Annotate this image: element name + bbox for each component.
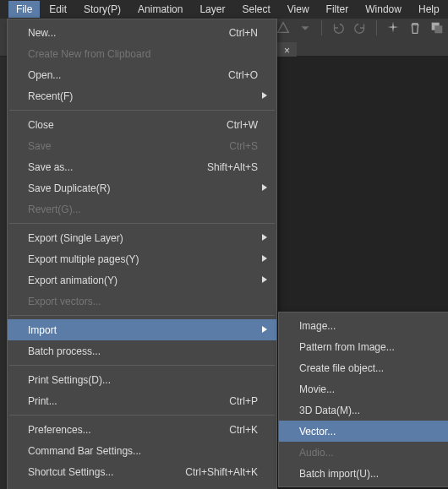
import_menu-item-vector[interactable]: Vector... [279, 421, 448, 442]
file_menu-item-shortcut-settings[interactable]: Shortcut Settings...Ctrl+Shift+Alt+K [8, 461, 276, 482]
submenu-arrow-icon [258, 90, 268, 102]
submenu-arrow-icon [258, 253, 268, 265]
chevron-down-icon[interactable] [298, 20, 313, 35]
file_menu-item-open[interactable]: Open...Ctrl+O [8, 64, 276, 85]
submenu-arrow-icon [258, 274, 268, 286]
file_menu-item-export-animation-y[interactable]: Export animation(Y) [8, 269, 276, 291]
file_menu-item-recent-f[interactable]: Recent(F) [8, 85, 276, 106]
import_menu-item-batch-import-u[interactable]: Batch import(U)... [279, 463, 448, 484]
file-menu: New...Ctrl+NCreate New from ClipboardOpe… [7, 19, 277, 489]
menu-separator [9, 365, 275, 366]
menu-item-label: Save as... [28, 161, 194, 173]
file_menu-item-command-bar-settings[interactable]: Command Bar Settings... [8, 440, 276, 461]
menu-item-label: 3D Data(M)... [299, 405, 448, 416]
menubar-item-edit[interactable]: Edit [41, 1, 74, 18]
import_menu-item-image[interactable]: Image... [279, 315, 448, 336]
svg-rect-1 [434, 25, 442, 33]
menubar-item-help[interactable]: Help [411, 1, 447, 18]
menubar-item-animation[interactable]: Animation [130, 1, 190, 18]
import_menu-item-pattern-from-image[interactable]: Pattern from Image... [279, 336, 448, 357]
menu-item-label: Import [28, 324, 258, 336]
toolbar-icons [276, 20, 448, 35]
file_menu-item-export-single-layer[interactable]: Export (Single Layer) [8, 227, 276, 248]
menu-item-label: Vector... [299, 426, 448, 437]
menu-item-label: Print... [28, 395, 216, 407]
menu-item-label: Revert(G)... [28, 204, 258, 215]
file_menu-item-save-duplicate-r[interactable]: Save Duplicate(R) [8, 177, 276, 198]
file_menu-item-import[interactable]: Import [8, 319, 276, 340]
trash-icon[interactable] [407, 20, 423, 35]
file_menu-item-revert-g: Revert(G)... [8, 198, 276, 220]
file_menu-item-close[interactable]: CloseCtrl+W [8, 114, 276, 135]
menu-separator [9, 223, 275, 224]
menu-item-label: Batch import(U)... [299, 468, 448, 480]
menu-item-label: Movie... [299, 383, 448, 395]
menu-separator [9, 415, 275, 416]
menubar-item-view[interactable]: View [280, 1, 317, 18]
import_menu-item-movie[interactable]: Movie... [279, 378, 448, 399]
submenu-arrow-icon [258, 232, 268, 244]
file_menu-item-modifier-key-settings[interactable]: Modifier Key Settings...Ctrl+Shift+Alt+Y [8, 482, 276, 489]
menu-item-shortcut: Ctrl+O [215, 69, 258, 81]
menu-item-label: Pattern from Image... [299, 341, 448, 353]
file_menu-item-export-multiple-pages-y[interactable]: Export multiple pages(Y) [8, 248, 276, 269]
close-icon[interactable]: × [284, 45, 290, 57]
menu-item-label: Image... [299, 320, 448, 332]
menu-item-label: Command Bar Settings... [28, 445, 258, 457]
menu-item-label: Export vectors... [28, 296, 258, 307]
menubar-item-window[interactable]: Window [358, 1, 409, 18]
menu-item-shortcut: Ctrl+K [216, 424, 258, 436]
import_menu-item-audio: Audio... [279, 442, 448, 463]
file_menu-item-new[interactable]: New...Ctrl+N [8, 22, 276, 43]
menu-item-shortcut: Ctrl+N [216, 27, 258, 39]
menu-item-label: Create file object... [299, 362, 448, 374]
menu-item-label: Create New from Clipboard [28, 48, 258, 60]
overlay-icon[interactable] [429, 20, 445, 35]
file_menu-item-preferences[interactable]: Preferences...Ctrl+K [8, 419, 276, 440]
snap-icon[interactable] [276, 20, 291, 35]
import-submenu: Image...Pattern from Image...Create file… [278, 312, 448, 487]
menu-item-label: Batch process... [28, 345, 258, 357]
menu-item-label: Print Settings(D)... [28, 374, 258, 386]
menu-item-label: Save [28, 140, 216, 152]
menu-item-shortcut: Shift+Alt+S [194, 161, 258, 173]
menu-item-label: New... [28, 27, 216, 39]
menu-separator [9, 315, 275, 316]
file_menu-item-export-vectors: Export vectors... [8, 291, 276, 312]
import_menu-item-3d-data-m[interactable]: 3D Data(M)... [279, 399, 448, 421]
submenu-arrow-icon [258, 182, 268, 194]
menu-item-label: Export animation(Y) [28, 274, 258, 286]
menu-item-label: Export (Single Layer) [28, 232, 258, 244]
menu-item-label: Export multiple pages(Y) [28, 253, 258, 265]
import_menu-item-create-file-object[interactable]: Create file object... [279, 357, 448, 378]
menubar: File Edit Story(P) Animation Layer Selec… [0, 0, 448, 19]
menu-item-shortcut: Ctrl+Shift+Alt+K [172, 466, 258, 478]
menubar-item-select[interactable]: Select [234, 1, 277, 18]
undo-icon[interactable] [331, 20, 346, 35]
file_menu-item-save-as[interactable]: Save as...Shift+Alt+S [8, 156, 276, 177]
submenu-arrow-icon [258, 324, 268, 336]
menu-item-label: Close [28, 119, 213, 131]
menu-item-shortcut: Ctrl+S [216, 140, 258, 152]
file_menu-item-create-new-from-clipboard: Create New from Clipboard [8, 43, 276, 64]
menubar-item-file[interactable]: File [8, 1, 40, 18]
menu-item-label: Audio... [299, 447, 448, 459]
sparkle-icon[interactable] [385, 20, 401, 35]
menu-item-shortcut: Ctrl+W [213, 119, 258, 131]
file_menu-item-batch-process[interactable]: Batch process... [8, 340, 276, 361]
menu-item-label: Preferences... [28, 424, 216, 436]
file_menu-item-save: SaveCtrl+S [8, 135, 276, 156]
menu-item-label: Save Duplicate(R) [28, 182, 258, 194]
toolbar-separator [376, 20, 377, 35]
toolbar-separator [321, 20, 322, 35]
menu-separator [9, 110, 275, 111]
menu-item-label: Open... [28, 69, 215, 81]
menu-item-shortcut: Ctrl+P [216, 395, 258, 407]
file_menu-item-print-settings-d[interactable]: Print Settings(D)... [8, 369, 276, 390]
menu-item-label: Recent(F) [28, 90, 258, 102]
file_menu-item-print[interactable]: Print...Ctrl+P [8, 390, 276, 411]
menubar-item-layer[interactable]: Layer [192, 1, 232, 18]
menubar-item-filter[interactable]: Filter [319, 1, 357, 18]
menubar-item-story[interactable]: Story(P) [76, 1, 128, 18]
redo-icon[interactable] [352, 20, 368, 35]
